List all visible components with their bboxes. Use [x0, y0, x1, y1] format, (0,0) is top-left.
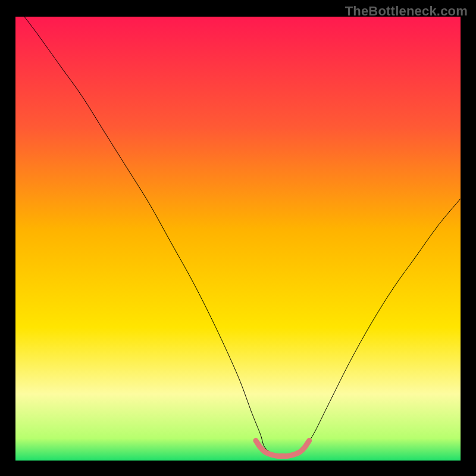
bottleneck-chart-svg: [0, 0, 476, 476]
gradient-background: [15, 17, 461, 461]
watermark-text: TheBottleneck.com: [345, 4, 468, 19]
chart-frame: TheBottleneck.com: [0, 0, 476, 476]
